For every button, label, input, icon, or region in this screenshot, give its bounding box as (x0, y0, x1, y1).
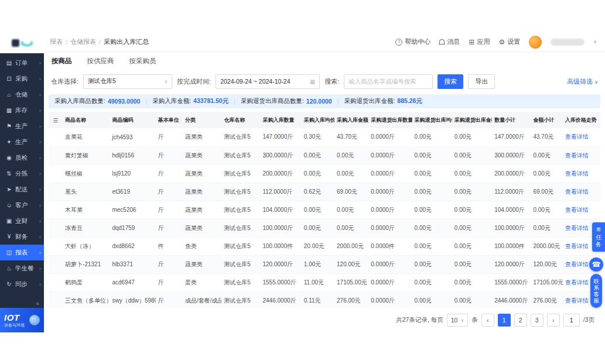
breadcrumb-reports[interactable]: 报表 (50, 37, 63, 46)
apps-icon: ⊞ (469, 38, 474, 46)
apps-link[interactable]: ⊞ 应用 (469, 37, 490, 46)
sidebar-item-label: 分拣 (15, 170, 39, 178)
view-detail-link[interactable]: 查看详情 (565, 133, 589, 140)
view-detail-link[interactable]: 查看详情 (565, 188, 589, 195)
table-cell: 100.0000件 (261, 237, 302, 255)
column-header[interactable]: 金额小计 (531, 112, 562, 128)
column-header[interactable]: 商品名称 (63, 112, 110, 128)
page-buttons: 123 (498, 314, 544, 327)
column-header[interactable]: 采购退货出库金额 (452, 112, 492, 128)
robot-icon (29, 315, 40, 325)
column-header[interactable]: 采购入库数量 (261, 112, 302, 128)
column-menu-icon[interactable]: ☰ (53, 117, 59, 123)
view-detail-link[interactable]: 查看详情 (565, 279, 589, 286)
sidebar-item-production[interactable]: ⚑生产› (0, 118, 44, 134)
table-cell: 葱头 (63, 183, 110, 201)
page-size-select[interactable]: 10 ∨ (447, 314, 469, 327)
export-button[interactable]: 导出 (468, 74, 495, 89)
view-detail-link[interactable]: 查看详情 (565, 207, 589, 213)
chevron-down-icon[interactable]: ∨ (593, 39, 597, 44)
sidebar-item-report[interactable]: ◫报表› (0, 245, 44, 260)
sidebar-item-inventory[interactable]: ▦库存› (0, 102, 44, 118)
sidebar-item-label: 生产 (15, 122, 39, 131)
sidebar-item-customer[interactable]: ☺客户› (0, 197, 44, 213)
service-pill[interactable]: 联系客服 (590, 274, 602, 308)
detail-cell: 查看详情 (563, 128, 600, 146)
column-header[interactable]: 基本单位 (156, 112, 183, 128)
total-pages-label: /3页 (583, 316, 594, 324)
next-page-button[interactable]: › (547, 314, 560, 327)
row-spacer-cell (49, 255, 63, 273)
sidebar-item-label: 同步 (15, 280, 39, 289)
table-cell: 104.0000斤 (261, 201, 302, 219)
sidebar-item-business-finance[interactable]: ▣业财› (0, 213, 44, 229)
collapse-sidebar-icon[interactable]: « (0, 300, 44, 308)
detail-cell: 查看详情 (563, 201, 600, 219)
table-cell: 鱼类 (183, 237, 221, 255)
page-button-1[interactable]: 1 (498, 314, 511, 327)
column-header[interactable]: 分类 (183, 112, 221, 128)
warehouse-select[interactable]: 测试仓库5 ∨ (83, 74, 172, 89)
table-cell: 斤 (156, 146, 183, 164)
column-header[interactable]: 入库价格走势 (563, 112, 600, 128)
view-detail-link[interactable]: 查看详情 (565, 170, 589, 177)
column-header[interactable]: 采购入库金额 (334, 112, 368, 128)
summary-value: 49093.0000 (108, 98, 140, 105)
search-input[interactable] (344, 74, 433, 89)
view-detail-link[interactable]: 查看详情 (565, 243, 589, 249)
sidebar-item-sorting[interactable]: ⇅分拣› (0, 166, 44, 181)
row-spacer-cell (49, 219, 63, 237)
chevron-right-icon: › (39, 202, 41, 208)
sidebar-item-student-meal[interactable]: ♨学生餐› (0, 260, 44, 276)
sidebar-item-finance[interactable]: ¥财务› (0, 229, 44, 245)
sidebar-item-order[interactable]: ▤订单› (0, 55, 44, 71)
row-spacer-cell (49, 183, 63, 201)
sidebar-item-purchase[interactable]: ⊡采购› (0, 71, 44, 87)
customer-service-float[interactable]: ☎ 联系客服 (589, 257, 603, 308)
table-cell: 斤 (156, 183, 183, 201)
production2-icon: ✦ (5, 139, 13, 145)
help-center-link[interactable]: ? 帮助中心 (395, 37, 430, 46)
settings-label: 设置 (507, 37, 520, 46)
view-detail-link[interactable]: 查看详情 (565, 261, 589, 267)
page-size-value: 10 (451, 317, 458, 324)
table-cell: 0.00元 (302, 219, 334, 237)
view-detail-link[interactable]: 查看详情 (565, 225, 589, 231)
summary-bar: 采购入库商品数量:49093.0000|采购入库金额:433781.50元|采购… (49, 94, 600, 108)
breadcrumb-warehouse-reports[interactable]: 仓储报表 (70, 37, 96, 46)
settings-link[interactable]: ⚙ 设置 (498, 37, 520, 46)
column-header[interactable]: 采购退货出库数量 (368, 112, 412, 128)
sidebar-item-quality[interactable]: ◉质检› (0, 150, 44, 166)
app-window: ▤订单›⊡采购›⌂仓储›▦库存›⚑生产›✦生产›◉质检›⇅分拣›➤配送›☺客户›… (0, 32, 605, 332)
prev-page-button[interactable]: ‹ (481, 314, 494, 327)
task-float-button[interactable]: ≣ 任务 (592, 222, 605, 252)
date-range-picker[interactable]: 2024-09-24 ~ 2024-10-24 ▦ (216, 74, 320, 89)
sidebar-item-production2[interactable]: ✦生产› (0, 134, 44, 150)
sidebar-item-sync[interactable]: ↻同步› (0, 276, 44, 292)
column-header[interactable]: 采购入库均价 (302, 112, 334, 128)
sidebar-item-storage[interactable]: ⌂仓储› (0, 87, 44, 102)
search-button[interactable]: 搜索 (437, 74, 463, 89)
page-button-3[interactable]: 3 (531, 314, 544, 327)
advanced-filter-link[interactable]: 高级筛选 ∨ (567, 77, 598, 86)
view-detail-link[interactable]: 查看详情 (565, 152, 589, 159)
table-cell: 1555.0000斤 (492, 273, 531, 291)
sidebar-item-delivery[interactable]: ➤配送› (0, 181, 44, 197)
summary-value: 885.26元 (397, 97, 422, 105)
tab-by-supplier[interactable]: 按供应商 (87, 57, 114, 66)
iot-banner[interactable]: IOT 设备与环境 (0, 308, 44, 332)
table-cell: 112.0000斤 (492, 183, 531, 201)
view-detail-link[interactable]: 查看详情 (565, 297, 589, 304)
tab-by-purchaser[interactable]: 按采购员 (129, 57, 156, 66)
column-header[interactable]: 数量小计 (492, 112, 531, 128)
page-button-2[interactable]: 2 (514, 314, 527, 327)
goto-page-input[interactable] (563, 314, 580, 327)
avatar[interactable] (529, 36, 542, 49)
column-header[interactable]: 商品编码 (110, 112, 155, 128)
column-header[interactable]: 仓库名称 (221, 112, 260, 128)
tab-by-goods[interactable]: 按商品 (52, 57, 72, 66)
table-cell: 斤 (156, 164, 183, 183)
messages-link[interactable]: 消息 (439, 37, 460, 46)
table-cell: 0.0000斤 (368, 201, 412, 219)
column-header[interactable]: 采购退货出库均价 (412, 112, 452, 128)
